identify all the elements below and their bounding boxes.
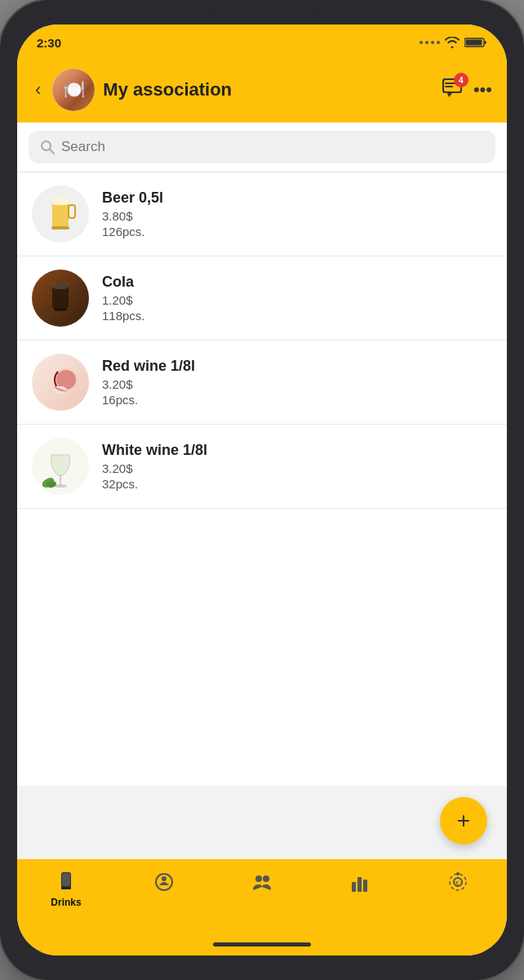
battery-icon	[464, 37, 487, 48]
phone-frame: 2:30	[0, 0, 524, 980]
home-bar	[213, 942, 311, 947]
svg-rect-10	[69, 205, 75, 218]
item-info-red-wine: Red wine 1/8l 3.20$ 16pcs.	[102, 358, 492, 407]
item-qty: 16pcs.	[102, 393, 492, 407]
svg-point-34	[456, 872, 460, 875]
item-name: White wine 1/8l	[102, 442, 492, 459]
item-price: 1.20$	[102, 293, 492, 307]
item-image-cola	[32, 270, 89, 327]
home-indicator	[17, 933, 507, 956]
svg-rect-24	[61, 887, 71, 889]
svg-point-28	[263, 875, 269, 882]
item-image-beer	[32, 185, 89, 243]
nav-item-members[interactable]	[213, 867, 311, 897]
signal-dots	[420, 41, 440, 44]
list-item[interactable]: Red wine 1/8l 3.20$ 16pcs.	[17, 341, 507, 425]
status-time: 2:30	[37, 36, 61, 50]
svg-rect-29	[352, 882, 356, 892]
svg-line-7	[50, 149, 54, 154]
notch	[209, 0, 315, 24]
settings-nav-icon: €	[446, 871, 469, 893]
header-actions: 4 •••	[441, 78, 492, 102]
svg-rect-30	[357, 877, 362, 892]
product-list: Beer 0,5l 3.80$ 126pcs. Cola 1.20$	[17, 172, 507, 786]
chat-button[interactable]: 4	[441, 78, 464, 102]
white-wine-icon	[40, 442, 81, 491]
phone-screen: 2:30	[17, 24, 507, 956]
header: ‹ 🍽️ My association 4 •••	[17, 60, 507, 122]
food-nav-icon	[153, 871, 175, 893]
item-info-cola: Cola 1.20$ 118pcs.	[102, 274, 492, 323]
back-button[interactable]: ‹	[32, 76, 44, 104]
svg-rect-23	[62, 873, 70, 886]
members-nav-icon	[251, 871, 273, 893]
item-info-beer: Beer 0,5l 3.80$ 126pcs.	[102, 189, 492, 238]
item-qty: 32pcs.	[102, 477, 492, 491]
drinks-nav-icon	[55, 871, 78, 893]
chat-badge: 4	[454, 73, 468, 87]
list-item[interactable]: White wine 1/8l 3.20$ 32pcs.	[17, 425, 507, 509]
item-price: 3.20$	[102, 461, 492, 475]
item-price: 3.20$	[102, 377, 492, 391]
svg-point-27	[255, 875, 262, 882]
item-image-white-wine	[32, 438, 89, 495]
add-button[interactable]: +	[440, 797, 487, 844]
svg-rect-14	[54, 309, 67, 311]
item-image-red-wine	[32, 354, 89, 411]
cola-glass-icon	[46, 279, 75, 317]
item-qty: 118pcs.	[102, 309, 492, 323]
search-bar	[29, 131, 495, 163]
page-title: My association	[103, 79, 433, 100]
svg-rect-11	[51, 226, 69, 229]
list-item[interactable]: Cola 1.20$ 118pcs.	[17, 256, 507, 341]
avatar: 🍽️	[52, 69, 95, 111]
stats-nav-icon	[349, 871, 371, 893]
svg-rect-1	[466, 40, 482, 46]
svg-rect-31	[363, 880, 367, 892]
search-container	[17, 122, 507, 172]
svg-text:€: €	[455, 880, 460, 887]
fab-area: +	[17, 786, 507, 859]
nav-item-settings[interactable]: €	[409, 867, 507, 897]
avatar-image: 🍽️	[52, 69, 95, 111]
item-name: Beer 0,5l	[102, 189, 492, 207]
more-button[interactable]: •••	[473, 79, 492, 100]
item-name: Cola	[102, 274, 492, 291]
search-input[interactable]	[61, 139, 484, 155]
item-name: Red wine 1/8l	[102, 358, 492, 375]
nav-item-food[interactable]	[115, 867, 213, 897]
nav-item-drinks[interactable]: Drinks	[17, 867, 115, 908]
nav-item-stats[interactable]	[311, 867, 409, 897]
svg-rect-13	[52, 283, 69, 289]
svg-rect-9	[52, 197, 69, 205]
item-qty: 126pcs.	[102, 225, 492, 238]
list-item[interactable]: Beer 0,5l 3.80$ 126pcs.	[17, 172, 507, 256]
status-icons	[420, 37, 487, 48]
status-bar: 2:30	[17, 24, 507, 60]
search-icon	[40, 140, 55, 154]
red-wine-icon	[40, 362, 81, 403]
item-price: 3.80$	[102, 209, 492, 223]
svg-rect-5	[445, 86, 453, 87]
item-info-white-wine: White wine 1/8l 3.20$ 32pcs.	[102, 442, 492, 491]
wifi-icon	[445, 37, 460, 48]
nav-label-drinks: Drinks	[51, 897, 81, 908]
beer-glass-icon	[44, 190, 77, 238]
bottom-nav: Drinks	[17, 859, 507, 933]
svg-point-26	[162, 876, 167, 881]
